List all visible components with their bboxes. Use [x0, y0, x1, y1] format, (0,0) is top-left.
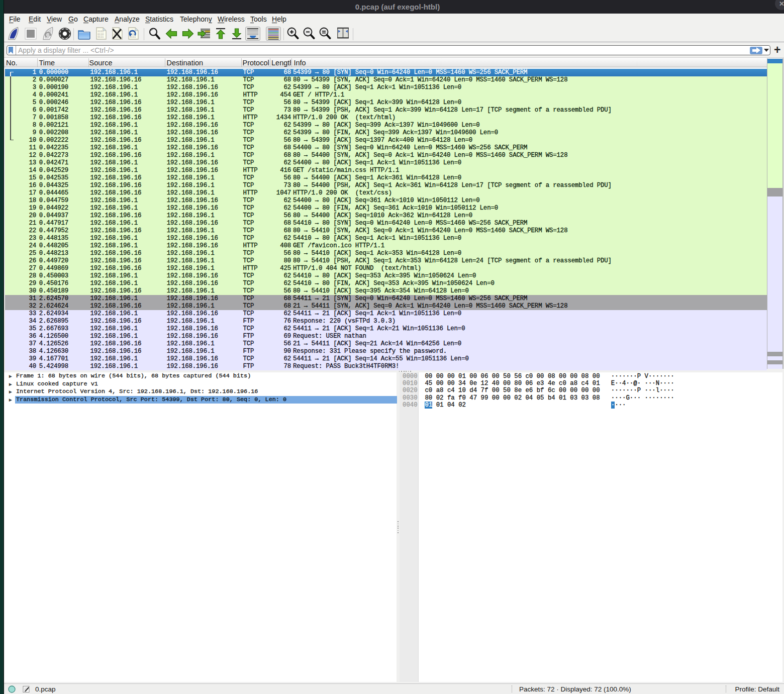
svg-text:0111: 0111: [130, 36, 136, 39]
svg-text:0111: 0111: [97, 36, 104, 39]
